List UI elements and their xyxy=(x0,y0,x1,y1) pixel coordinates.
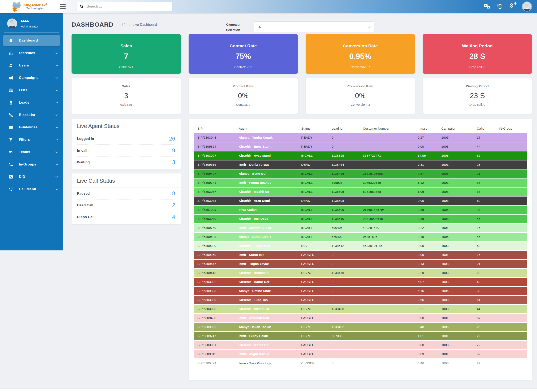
mmss-cell: 2:57 xyxy=(414,172,438,176)
calls-cell: 28 xyxy=(473,163,495,167)
table-row: SIP/6303032 Kirsehir - Bahar Der PAUSED … xyxy=(194,278,527,286)
agent-cell: Alanya - Emine Sndz xyxy=(235,289,298,293)
mmss-cell: 5:16 xyxy=(414,289,438,293)
table-row: SIP/6309497 Alanya - Irene Gul INCALL 11… xyxy=(194,169,527,178)
status-row-logged-in: Logged In 26 xyxy=(77,133,175,145)
lead-id-cell: 670409 xyxy=(328,235,360,239)
sip-cell: SIP/6303043 xyxy=(194,136,235,140)
table-row: SIP/6309516 Izmir - Deniz Turgut DEAD 11… xyxy=(194,160,527,169)
settings-gears-icon[interactable]: ⚙⚙ xyxy=(509,3,516,10)
sidebar-item-dashboard[interactable]: Dashboard xyxy=(3,35,60,46)
table-row: SIP/6309418 Kirsehir - Ibrahim A DISPO 1… xyxy=(194,269,527,277)
summary-card-value: 0% xyxy=(189,91,298,100)
summary-card-title: Contact Rate xyxy=(189,84,298,88)
search-input[interactable] xyxy=(87,5,169,9)
summary-card-subtext: call: 569 xyxy=(71,103,181,106)
agent-cell[interactable]: Izmir - Sara Gundoga xyxy=(235,361,298,365)
sip-cell: SIP/6309740 xyxy=(194,226,235,230)
sidebar-item-campaigns[interactable]: Campaigns xyxy=(0,71,63,84)
lead-id-cell: 1138454 xyxy=(328,163,360,167)
status-cell: DEAD xyxy=(298,163,328,167)
sip-cell: SIP/6309418 xyxy=(194,271,235,275)
sip-cell: SIP/6309380 xyxy=(194,244,235,248)
sidebar-item-blacklist[interactable]: BlackList xyxy=(0,109,63,121)
home-icon[interactable] xyxy=(121,22,126,27)
summary-card: Conversion Rate 0% Conversion: 3 xyxy=(306,78,415,114)
status-row-dead-call: Dead Call 2 xyxy=(77,200,175,211)
campaign-cell: 1005 xyxy=(438,235,473,239)
status-cell: INCALL xyxy=(298,172,328,176)
sidebar-item-in-groups[interactable]: In-Groups xyxy=(0,158,63,171)
stat-card-value: 75% xyxy=(189,52,298,61)
campaign-cell: 1001 xyxy=(438,253,473,257)
app-logo: ✱ KingAsterisk® Technologies xyxy=(0,0,63,13)
user-avatar[interactable] xyxy=(522,2,532,11)
header-divider xyxy=(115,19,115,29)
column-header: mm:ss xyxy=(414,127,438,131)
phone-square-icon xyxy=(8,174,14,179)
menu-toggle-button[interactable] xyxy=(59,4,66,9)
sidebar-item-leads[interactable]: Leads xyxy=(0,96,63,109)
sidebar-item-lists[interactable]: Lists xyxy=(0,84,63,96)
status-cell: PAUSED xyxy=(298,289,328,293)
campaign-cell: 1003 xyxy=(438,343,473,347)
sidebar-item-statistics[interactable]: Statistics xyxy=(0,47,63,59)
lead-id-cell: 687338 xyxy=(328,334,360,338)
calls-cell: 21 xyxy=(473,172,495,176)
breadcrumb: Live Dashboard xyxy=(121,22,157,27)
history-icon[interactable] xyxy=(497,3,503,10)
translate-icon[interactable]: A ★ xyxy=(484,3,491,10)
calls-cell: 21 xyxy=(473,262,495,266)
stat-card-subtext: Contact: 733 xyxy=(189,65,298,69)
mmss-cell: 0:08 xyxy=(414,343,438,347)
stat-card: Sales 7 Calls: 971 xyxy=(71,34,181,74)
lead-id-cell: 0 xyxy=(328,361,360,365)
breadcrumb-current: Live Dashboard xyxy=(133,23,157,27)
summary-card-value: 0% xyxy=(306,91,415,100)
status-cell: INCALL xyxy=(298,190,328,194)
svg-text:A: A xyxy=(485,5,487,7)
page-title: DASHBOARD xyxy=(71,21,113,28)
id-card-icon xyxy=(8,125,14,130)
sidebar-item-did[interactable]: DID xyxy=(0,171,63,183)
customer-number-cell: 3975320339 xyxy=(360,181,414,185)
table-row: SIP/6309380 Kirsehir - Tugce Sub DIAL 11… xyxy=(194,242,527,250)
calls-cell: 53 xyxy=(473,244,495,248)
sidebar-item-call-menu[interactable]: Call Menu xyxy=(0,183,63,195)
summary-card-subtext: Drop call: 0 xyxy=(423,103,532,106)
campaign-cell: 1003 xyxy=(438,190,473,194)
sip-cell: SIP/6303030 xyxy=(194,217,235,221)
status-label: Dead Call xyxy=(77,203,93,207)
sidebar-item-users[interactable]: Users xyxy=(0,59,63,71)
calls-cell: 25 xyxy=(473,325,495,329)
campaign-cell: 1001 xyxy=(438,163,473,167)
sip-cell: SIP/6303033 xyxy=(194,199,235,203)
stat-card-title: Contact Rate xyxy=(189,43,298,48)
mmss-cell: 3:00 xyxy=(414,253,438,257)
agent-cell: Kirsehir - Birnur Ko xyxy=(235,307,298,311)
status-label: Waiting xyxy=(77,160,90,164)
summary-card-title: Conversion Rate xyxy=(306,84,415,88)
column-header: Campaign xyxy=(438,127,473,131)
sidebar-item-guidelines[interactable]: Guidelines xyxy=(0,121,63,133)
chevron-down-icon xyxy=(56,187,58,190)
status-cell: CLOSER xyxy=(298,361,328,365)
sidebar-item-teams[interactable]: Teams xyxy=(0,146,63,158)
table-row: SIP/6303043 Alanya - Tugba Konak READY 0… xyxy=(194,133,527,142)
mmss-cell: 0:36 xyxy=(414,217,438,221)
agent-cell: Izmir - Arzuhan Sen xyxy=(235,316,298,320)
sip-cell: SIP/6303031 xyxy=(194,343,235,347)
user-id: 6666 xyxy=(21,19,38,23)
stat-card: Contact Rate 75% Contact: 733 xyxy=(189,34,298,74)
campaign-cell: 1005 xyxy=(438,289,473,293)
calls-cell: 44 xyxy=(473,307,495,311)
lead-id-cell: 1138495 xyxy=(328,172,360,176)
campaign-select[interactable]: ALL xyxy=(254,21,374,32)
calls-cell: 23 xyxy=(473,208,495,212)
profile-avatar[interactable] xyxy=(7,19,17,28)
sidebar-item-filters[interactable]: Filters xyxy=(0,133,63,146)
lead-id-cell: 1138510 xyxy=(328,217,360,221)
sip-cell: SIP/6309099 xyxy=(194,325,235,329)
status-label: Logged In xyxy=(77,137,94,141)
campaign-selection-label: Campaign Selection xyxy=(226,22,241,33)
